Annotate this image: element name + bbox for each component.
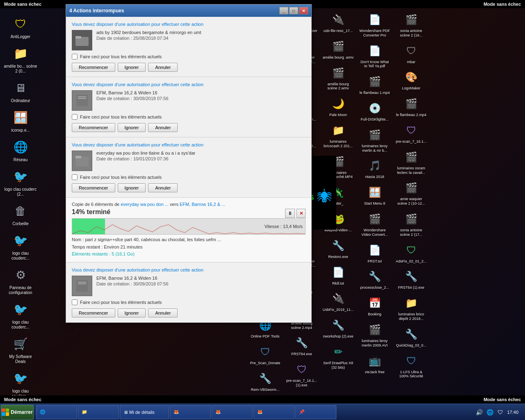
desktop-icon-panneau[interactable]: ⚙ Panneau de configuration bbox=[2, 263, 39, 297]
taskbar-item-details[interactable]: 🖥 Mi de détails bbox=[120, 405, 169, 419]
right-icon-sonia-sc2-17[interactable]: 🎬 sonia antoine scène 2 (17... bbox=[394, 209, 429, 239]
progress-pause-button[interactable]: ⏸ bbox=[285, 209, 295, 218]
right-icon-wondershare-video[interactable]: 🎬 Wondershare Video Convert... bbox=[357, 209, 392, 239]
right-icon-lfs-ultra[interactable]: 🛡 1-LFS Ultra & 100% Sécurité bbox=[394, 351, 429, 381]
right-icon-frst64-1[interactable]: 🔧 FRST64 (1).exe bbox=[394, 267, 429, 292]
annuler-btn-1[interactable]: Annuler bbox=[148, 63, 178, 72]
right-icon-flambeau2[interactable]: 🎬 le flambeau 2.mp4 bbox=[394, 94, 429, 119]
action-icon-last bbox=[72, 276, 92, 296]
action-item-3: everyday wa pou don line tlaine & ou a i… bbox=[72, 151, 306, 171]
svg-rect-4 bbox=[78, 98, 86, 99]
taskbar-item-pin[interactable]: 📌 bbox=[295, 405, 336, 419]
recommencer-btn-2[interactable]: Recommencer bbox=[72, 123, 115, 132]
right-icon-prescan-donate[interactable]: 🛡 Pre_Scan_Donate bbox=[248, 342, 283, 367]
right-icon-wondershare-pdf[interactable]: 📄 Wondershare PDF Converter Pro bbox=[357, 10, 392, 39]
desktop-icon-iconxp[interactable]: 🪟 iconxp.e... bbox=[2, 106, 39, 135]
right-icon-fantasia[interactable]: 🎵 ntasia 2018 bbox=[357, 156, 392, 181]
annuler-btn-2[interactable]: Annuler bbox=[148, 123, 178, 132]
taskbar-item-ff3[interactable]: 🦊 bbox=[253, 405, 294, 419]
right-icon-amelie-sc2wmv[interactable]: 🎬 amélie bourg scène 2.wmv bbox=[321, 63, 356, 93]
right-icon-processclose[interactable]: 🔧 processclose_2... bbox=[357, 267, 392, 292]
right-icon-dont-know[interactable]: 📄 Don't Know What to Tell Ya.pdf bbox=[357, 41, 392, 71]
right-icon-luminaires-brico2[interactable]: 📁 luminaires brico dépôt 2 2018... bbox=[394, 293, 429, 323]
right-icon-frst-txt[interactable]: 📄 FRST.txt bbox=[357, 240, 392, 265]
right-icon-frst64[interactable]: 🔧 FRST64.exe bbox=[284, 333, 319, 358]
taskbar-network-icon[interactable]: 🌐 bbox=[486, 408, 494, 416]
right-icon-luminaires-osram[interactable]: 🎬 luminaires osram leclerc la cavail... bbox=[394, 147, 429, 177]
right-icon-amelie-wmv[interactable]: 🎬 amélie bourg .wmv bbox=[321, 37, 356, 62]
right-icon-pale-moon[interactable]: 🌙 Pale Moon bbox=[321, 94, 356, 119]
checkbox-3[interactable] bbox=[72, 174, 78, 180]
right-icon-prescan2[interactable]: 🛡 pre-scan_7_16.1... bbox=[394, 121, 429, 146]
taskbar-item-explorer[interactable]: 📁 bbox=[78, 405, 119, 419]
taskbar-security-icon[interactable]: 🛡 bbox=[496, 408, 504, 416]
actions-dialog[interactable]: 4 Actions interrompues _ □ ✕ Vous devez … bbox=[66, 4, 312, 323]
desktop-icon-software-deals[interactable]: 🛒 My Software Deals bbox=[2, 332, 39, 366]
ignorer-btn-2[interactable]: Ignorer bbox=[118, 123, 146, 132]
right-icon-viejack[interactable]: 📺 vieJack free bbox=[357, 351, 392, 376]
ignorer-btn-1[interactable]: Ignorer bbox=[118, 63, 146, 72]
desktop-icon-reseau[interactable]: 🌐 Réseau bbox=[2, 135, 39, 164]
taskbar-item-ff1[interactable]: 🦊 bbox=[170, 405, 211, 419]
desktop-icon-antilogger[interactable]: 🛡 AntiLogger bbox=[2, 12, 39, 41]
prescan2-icon: 🛡 bbox=[403, 122, 420, 139]
action-icon-1 bbox=[72, 30, 92, 50]
checkbox-row-3: Faire ceci pour tous les éléments actuel… bbox=[72, 174, 306, 180]
dont-know-icon: 📄 bbox=[367, 43, 383, 59]
right-icon-rem-vbsworm1[interactable]: 🔧 Rem-VBSworm... bbox=[248, 369, 283, 394]
checkbox-last[interactable] bbox=[72, 299, 78, 305]
taskbar-sound-icon[interactable]: 🔊 bbox=[475, 408, 483, 416]
recommencer-btn-1[interactable]: Recommencer bbox=[72, 63, 115, 72]
right-icon-restoro[interactable]: 🔧 Restoro.exe bbox=[321, 236, 356, 261]
right-icon-adsfix-0201[interactable]: 🛡 AdsFix_02_01_2... bbox=[394, 240, 429, 265]
desktop-icon-ordinateur[interactable]: 🖥 Ordinateur bbox=[2, 76, 39, 105]
maximize-button[interactable]: □ bbox=[289, 7, 298, 14]
start-button[interactable]: Démarrer bbox=[1, 405, 34, 420]
desktop-icon-logo-clau3[interactable]: 🐦 logo clau couderc... bbox=[2, 298, 39, 331]
desktop-icon-amelie-bo[interactable]: 📁 amélie bo... scène 2 (0... bbox=[2, 42, 39, 75]
desktop-icon-logo-clau2[interactable]: 🐦 logo clau couderc... bbox=[2, 229, 39, 262]
action-buttons-3: Recommencer Ignorer Annuler bbox=[72, 183, 306, 192]
right-icon-amie-sc2[interactable]: 🎬 amie waquier scène 2 (10-12... bbox=[394, 178, 429, 208]
right-icon-rkill[interactable]: 📄 Rkill.txt bbox=[321, 262, 356, 288]
right-icon-usbfix[interactable]: 🔌 UsbFix_2019_11... bbox=[321, 289, 356, 314]
right-icon-booking[interactable]: 📅 Booking bbox=[357, 293, 392, 318]
right-icon-sonia-sc2-16[interactable]: 🎬 sonia antoine scène 2 (16... bbox=[394, 10, 429, 39]
right-icon-start-menu8[interactable]: 🪟 Start Menu 8 bbox=[357, 183, 392, 208]
right-icon-full-disk[interactable]: 💿 Full-DISKfighte... bbox=[357, 98, 392, 123]
recommencer-btn-last[interactable]: Recommencer bbox=[72, 308, 115, 317]
desktop-icon-logo-clau1[interactable]: 🐦 logo clau couderc (2... bbox=[2, 165, 39, 199]
recommencer-btn-3[interactable]: Recommencer bbox=[72, 183, 115, 192]
annuler-btn-3[interactable]: Annuler bbox=[148, 183, 178, 192]
ignorer-btn-last[interactable]: Ignorer bbox=[118, 308, 146, 317]
right-icon-luminaires-leroy1[interactable]: 🎬 luminaires leroy merlin & mr b... bbox=[357, 125, 392, 155]
right-icon-flambeau1[interactable]: 🎬 le flambeau 1.mp4 bbox=[357, 72, 392, 97]
ignorer-btn-3[interactable]: Ignorer bbox=[118, 183, 146, 192]
desktop-icon-corbeille[interactable]: 🗑 Corbeille bbox=[2, 199, 39, 228]
right-icon-prescan1[interactable]: 🛡 pre-scan_7_16.1... (1).exe bbox=[284, 360, 319, 389]
checkbox-2[interactable] bbox=[72, 114, 78, 120]
amelie-bo-icon: 📁 bbox=[11, 43, 30, 63]
desktop-icon-logo-clau4[interactable]: 🐦 logo clau couderc... bbox=[2, 367, 39, 395]
checkbox-1[interactable] bbox=[72, 54, 78, 59]
close-button[interactable]: ✕ bbox=[299, 7, 308, 14]
right-icon-serif-draw[interactable]: ✏ Serif DrawPlus X8 (32 bits) bbox=[321, 342, 356, 372]
taskbar-item-ie[interactable]: 🌐 bbox=[36, 405, 77, 419]
right-icon-usb-resc[interactable]: 🔌 usb-file-resc_17... bbox=[321, 10, 356, 35]
right-icon-bricocash[interactable]: 📁 luminaires bricocash 2 201... bbox=[321, 121, 356, 150]
action-filename-2: EFM, Barrow 16,2 & Widen 16 bbox=[96, 90, 169, 95]
checkbox-label-1: Faire ceci pour tous les éléments actuel… bbox=[80, 54, 162, 59]
taskbar-item-ff2[interactable]: 🦊 bbox=[212, 405, 253, 419]
svg-rect-9 bbox=[78, 283, 86, 284]
progress-close-button[interactable]: ✕ bbox=[297, 209, 306, 218]
right-icon-quickdiag030[interactable]: 🔧 QuickDiag_03_0... bbox=[394, 324, 429, 349]
right-icon-nworkshop[interactable]: 🔧 nworkshop (2).exe bbox=[321, 315, 356, 340]
checkbox-row-last: Faire ceci pour tous les éléments actuel… bbox=[72, 299, 306, 305]
logo-clau4-icon: 🐦 bbox=[11, 368, 30, 388]
annuler-btn-last[interactable]: Annuler bbox=[148, 308, 178, 317]
right-icon-mbar2[interactable]: 🛡 mbar bbox=[394, 41, 429, 66]
right-icon-luminaires-leroy2009[interactable]: 🎬 luminaires leroy merlin 2009.AVI bbox=[357, 320, 392, 349]
right-icon-logomaker[interactable]: 🎨 LogoMaker bbox=[394, 67, 429, 92]
minimize-button[interactable]: _ bbox=[279, 7, 288, 14]
svg-rect-8 bbox=[78, 282, 86, 283]
